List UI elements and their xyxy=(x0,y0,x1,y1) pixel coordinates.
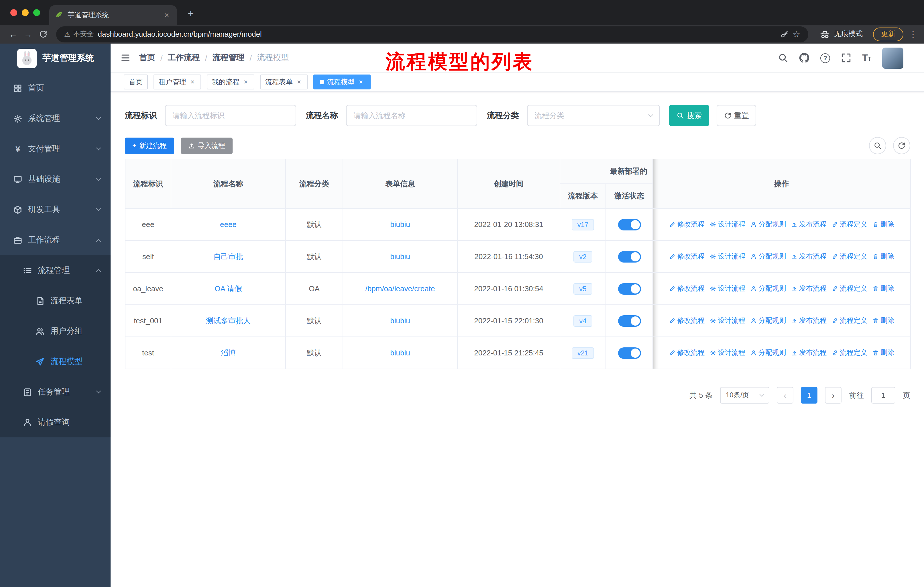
process-definition-link[interactable]: 流程定义 xyxy=(832,284,867,293)
create-process-button[interactable]: + 新建流程 xyxy=(125,137,174,154)
publish-process-link[interactable]: 发布流程 xyxy=(791,316,827,326)
key-icon[interactable] xyxy=(780,30,789,38)
form-info-link[interactable]: /bpm/oa/leave/create xyxy=(365,284,435,293)
form-info-link[interactable]: biubiu xyxy=(390,349,410,357)
close-icon[interactable]: × xyxy=(358,78,364,86)
activation-toggle[interactable] xyxy=(618,347,641,359)
minimize-window-button[interactable] xyxy=(22,9,29,16)
breadcrumb-process-management[interactable]: 流程管理 xyxy=(213,53,244,63)
zoom-window-button[interactable] xyxy=(33,9,40,16)
sidebar-item-home[interactable]: 首页 xyxy=(0,73,111,103)
sidebar-item-user-group[interactable]: 用户分组 xyxy=(0,316,111,346)
activation-toggle[interactable] xyxy=(618,219,641,230)
design-process-link[interactable]: 设计流程 xyxy=(710,251,745,261)
assign-rule-link[interactable]: 分配规则 xyxy=(751,316,786,326)
bookmark-star-icon[interactable]: ☆ xyxy=(792,29,800,39)
next-page-button[interactable]: › xyxy=(825,387,842,403)
tab-close-icon[interactable]: × xyxy=(162,10,171,20)
delete-link[interactable]: 删除 xyxy=(873,220,894,229)
design-process-link[interactable]: 设计流程 xyxy=(710,284,745,293)
sidebar-item-process-model[interactable]: 流程模型 xyxy=(0,346,111,377)
process-name-link[interactable]: 测试多审批人 xyxy=(206,316,251,325)
sidebar-item-system[interactable]: 系统管理 xyxy=(0,103,111,134)
github-button[interactable] xyxy=(799,53,809,63)
delete-link[interactable]: 删除 xyxy=(873,316,894,326)
goto-page-input[interactable] xyxy=(871,387,895,403)
page-size-select[interactable]: 10条/页 xyxy=(720,387,769,403)
design-process-link[interactable]: 设计流程 xyxy=(710,220,745,229)
user-avatar[interactable] xyxy=(882,47,903,68)
edit-process-link[interactable]: 修改流程 xyxy=(669,220,705,229)
sidebar-item-leave-query[interactable]: 请假查询 xyxy=(0,407,111,437)
assign-rule-link[interactable]: 分配规则 xyxy=(751,348,786,358)
sidebar-item-task-management[interactable]: 任务管理 xyxy=(0,377,111,407)
assign-rule-link[interactable]: 分配规则 xyxy=(751,284,786,293)
browser-menu-icon[interactable]: ⋮ xyxy=(908,29,918,39)
reset-button[interactable]: 重置 xyxy=(717,105,756,126)
close-icon[interactable]: × xyxy=(295,78,302,86)
browser-tab[interactable]: 芋道管理系统 × xyxy=(49,5,177,25)
form-info-link[interactable]: biubiu xyxy=(390,252,410,261)
close-icon[interactable]: × xyxy=(189,78,196,86)
delete-link[interactable]: 删除 xyxy=(873,251,894,261)
process-name-link[interactable]: eeee xyxy=(220,220,237,229)
tag-process-form[interactable]: 流程表单 × xyxy=(260,74,308,89)
refresh-table-button[interactable] xyxy=(893,137,910,154)
address-bar[interactable]: ⚠ 不安全 dashboard.yudao.iocoder.cn/bpm/man… xyxy=(56,26,808,42)
delete-link[interactable]: 删除 xyxy=(873,348,894,358)
process-category-select[interactable]: 流程分类 xyxy=(527,105,660,126)
breadcrumb-home[interactable]: 首页 xyxy=(139,53,155,63)
sidebar-item-workflow[interactable]: 工作流程 xyxy=(0,225,111,255)
activation-toggle[interactable] xyxy=(618,251,641,262)
sidebar-item-process-management[interactable]: 流程管理 xyxy=(0,255,111,286)
process-definition-link[interactable]: 流程定义 xyxy=(832,251,867,261)
toggle-search-button[interactable] xyxy=(869,137,886,154)
help-button[interactable]: ? xyxy=(820,53,830,63)
back-button[interactable]: ← xyxy=(6,26,21,41)
update-button[interactable]: 更新 xyxy=(873,27,903,41)
activation-toggle[interactable] xyxy=(618,315,641,326)
close-window-button[interactable] xyxy=(10,9,17,16)
prev-page-button[interactable]: ‹ xyxy=(777,387,794,403)
process-name-link[interactable]: 自己审批 xyxy=(213,252,243,261)
search-button[interactable]: 搜索 xyxy=(669,105,709,126)
import-process-button[interactable]: 导入流程 xyxy=(181,137,233,154)
delete-link[interactable]: 删除 xyxy=(873,284,894,293)
sidebar-fold-button[interactable] xyxy=(120,53,130,63)
reload-button[interactable] xyxy=(36,26,50,41)
process-definition-link[interactable]: 流程定义 xyxy=(832,348,867,358)
sidebar-item-devtools[interactable]: 研发工具 xyxy=(0,194,111,225)
search-button[interactable] xyxy=(778,53,788,63)
edit-process-link[interactable]: 修改流程 xyxy=(669,316,705,326)
sidebar-item-process-form[interactable]: 流程表单 xyxy=(0,286,111,316)
tag-tenant[interactable]: 租户管理 × xyxy=(153,74,201,89)
breadcrumb-workflow[interactable]: 工作流程 xyxy=(168,53,200,63)
process-name-link[interactable]: 滔博 xyxy=(221,348,236,357)
process-key-input[interactable] xyxy=(165,105,296,126)
current-page-button[interactable]: 1 xyxy=(801,387,817,403)
form-info-link[interactable]: biubiu xyxy=(390,220,410,229)
process-name-input[interactable] xyxy=(346,105,477,126)
process-definition-link[interactable]: 流程定义 xyxy=(832,220,867,229)
publish-process-link[interactable]: 发布流程 xyxy=(791,348,827,358)
tag-my-process[interactable]: 我的流程 × xyxy=(207,74,254,89)
assign-rule-link[interactable]: 分配规则 xyxy=(751,251,786,261)
process-definition-link[interactable]: 流程定义 xyxy=(832,316,867,326)
publish-process-link[interactable]: 发布流程 xyxy=(791,220,827,229)
process-name-link[interactable]: OA 请假 xyxy=(214,284,242,293)
font-size-button[interactable]: TT xyxy=(862,53,871,63)
forward-button[interactable]: → xyxy=(21,26,36,41)
publish-process-link[interactable]: 发布流程 xyxy=(791,251,827,261)
assign-rule-link[interactable]: 分配规则 xyxy=(751,220,786,229)
close-icon[interactable]: × xyxy=(242,78,249,86)
form-info-link[interactable]: biubiu xyxy=(390,316,410,325)
activation-toggle[interactable] xyxy=(618,283,641,294)
security-status[interactable]: ⚠ 不安全 xyxy=(64,29,94,39)
publish-process-link[interactable]: 发布流程 xyxy=(791,284,827,293)
design-process-link[interactable]: 设计流程 xyxy=(710,316,745,326)
tag-process-model[interactable]: 流程模型 × xyxy=(314,74,371,89)
design-process-link[interactable]: 设计流程 xyxy=(710,348,745,358)
sidebar-item-infra[interactable]: 基础设施 xyxy=(0,164,111,194)
sidebar-item-payment[interactable]: ¥ 支付管理 xyxy=(0,134,111,164)
edit-process-link[interactable]: 修改流程 xyxy=(669,251,705,261)
